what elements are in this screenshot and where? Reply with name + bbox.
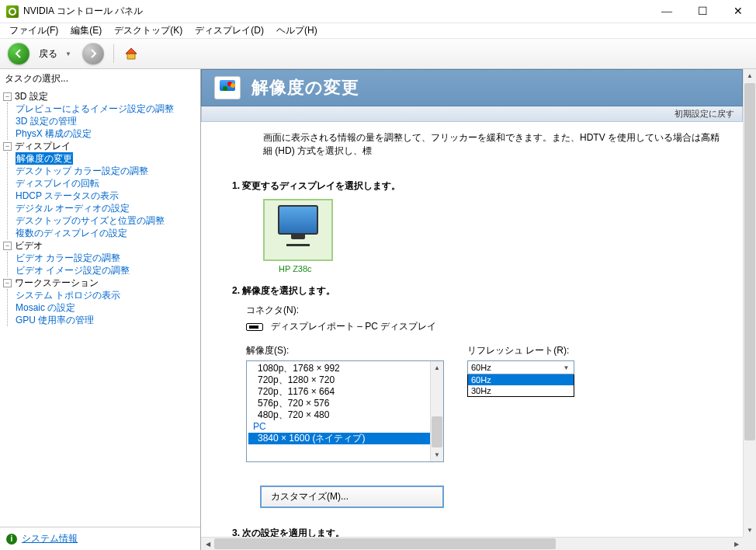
menu-bar: ファイル(F) 編集(E) デスクトップ(K) ディスプレイ(D) ヘルプ(H)	[0, 23, 756, 39]
back-button[interactable]	[8, 43, 29, 64]
system-info-link[interactable]: システム情報	[22, 532, 78, 545]
section-2-title: 2. 解像度を選択します。	[232, 284, 724, 298]
back-label: 戻る	[39, 47, 57, 61]
scroll-thumb[interactable]	[214, 538, 556, 549]
menu-display[interactable]: ディスプレイ(D)	[190, 23, 269, 38]
section-1-title: 1. 変更するディスプレイを選択します。	[232, 179, 724, 193]
tree-rotate[interactable]: ディスプレイの回転	[16, 177, 99, 190]
tree-video-image[interactable]: ビデオ イメージ設定の調整	[16, 264, 130, 277]
tree-video-color[interactable]: ビデオ カラー設定の調整	[16, 252, 120, 264]
res-item[interactable]: 720p、1280 × 720	[247, 374, 443, 386]
res-group-pc: PC	[247, 421, 443, 433]
connector-label: コネクタ(N):	[246, 304, 724, 317]
tree-cat-ws[interactable]: ワークステーション	[15, 277, 99, 289]
menu-help[interactable]: ヘルプ(H)	[272, 23, 322, 38]
content-area: 解像度の変更 初期設定に戻す 画面に表示される情報の量を調整して、フリッカーを緩…	[201, 69, 756, 550]
chevron-down-icon[interactable]: ▼	[560, 362, 572, 373]
page-header: 解像度の変更	[201, 69, 743, 106]
toolbar-separator	[113, 44, 114, 63]
tree-multi-display[interactable]: 複数のディスプレイの設定	[16, 227, 127, 239]
refresh-rate-label: リフレッシュ レート(R):	[467, 344, 576, 357]
tree-cat-3d[interactable]: 3D 設定	[15, 90, 48, 103]
page-title: 解像度の変更	[251, 76, 359, 99]
header-monitor-icon	[214, 76, 241, 99]
tree-expander-display[interactable]: −	[3, 142, 12, 151]
displayport-icon	[246, 323, 263, 331]
window-title: NVIDIA コントロール パネル	[23, 5, 649, 18]
page-description: 画面に表示される情報の量を調整して、フリッカーを緩和できます。また、HDTV を…	[201, 122, 743, 161]
tree-3d-manage[interactable]: 3D 設定の管理	[16, 115, 77, 127]
content-horizontal-scrollbar[interactable]: ◀ ▶	[201, 537, 743, 550]
restore-defaults-link[interactable]: 初期設定に戻す	[675, 108, 734, 120]
info-icon: i	[6, 534, 17, 545]
back-dropdown-caret[interactable]: ▼	[65, 50, 71, 57]
nav-tree: −3D 設定 プレビューによるイメージ設定の調整 3D 設定の管理 PhysX …	[0, 89, 200, 527]
scroll-down-icon[interactable]: ▼	[431, 448, 443, 461]
minimize-button[interactable]: —	[649, 0, 685, 23]
tree-cat-video[interactable]: ビデオ	[15, 239, 43, 252]
content-vertical-scrollbar[interactable]: ▲ ▼	[743, 69, 756, 537]
res-item[interactable]: 1080p、1768 × 992	[247, 363, 443, 374]
title-bar: NVIDIA コントロール パネル — ☐ ✕	[0, 0, 756, 23]
resolution-listbox[interactable]: 1080p、1768 × 992 720p、1280 × 720 720p、11…	[246, 360, 444, 462]
toolbar: 戻る ▼	[0, 39, 756, 69]
maximize-button[interactable]: ☐	[685, 0, 720, 23]
tree-physx[interactable]: PhysX 構成の設定	[16, 127, 92, 140]
tree-topology[interactable]: システム トポロジの表示	[16, 289, 120, 301]
refresh-option-30[interactable]: 30Hz	[468, 385, 574, 396]
scroll-thumb[interactable]	[432, 416, 442, 447]
scroll-right-icon[interactable]: ▶	[730, 538, 743, 550]
tree-desktop-size[interactable]: デスクトップのサイズと位置の調整	[16, 214, 165, 227]
scroll-thumb[interactable]	[744, 83, 755, 440]
monitor-stand	[286, 244, 310, 246]
refresh-option-60[interactable]: 60Hz	[468, 374, 574, 385]
resolution-label: 解像度(S):	[246, 344, 444, 357]
scroll-up-icon[interactable]: ▲	[431, 361, 443, 374]
res-item-selected[interactable]: 3840 × 1600 (ネイティブ)	[248, 433, 442, 444]
tree-gpu-util[interactable]: GPU 使用率の管理	[16, 314, 94, 326]
scroll-down-icon[interactable]: ▼	[744, 524, 756, 537]
scrollbar-corner	[743, 537, 756, 550]
refresh-rate-combobox[interactable]: 60Hz ▼	[467, 360, 574, 374]
scroll-left-icon[interactable]: ◀	[201, 538, 214, 550]
header-subbar: 初期設定に戻す	[201, 106, 743, 122]
res-item[interactable]: 480p、720 × 480	[247, 409, 443, 421]
tree-expander-3d[interactable]: −	[3, 92, 12, 101]
monitor-name: HP Z38c	[279, 264, 724, 273]
menu-edit[interactable]: 編集(E)	[66, 23, 106, 38]
customize-button[interactable]: カスタマイズ(M)...	[260, 486, 444, 508]
sidebar-footer: i システム情報	[0, 527, 200, 550]
tree-change-resolution[interactable]: 解像度の変更	[16, 152, 73, 165]
forward-button[interactable]	[82, 43, 104, 64]
scroll-up-icon[interactable]: ▲	[744, 69, 756, 82]
monitor-icon	[278, 205, 318, 235]
tree-digital-audio[interactable]: デジタル オーディオの設定	[16, 202, 130, 214]
tree-cat-display[interactable]: ディスプレイ	[15, 140, 71, 152]
home-button[interactable]	[123, 46, 139, 61]
tree-expander-video[interactable]: −	[3, 242, 12, 250]
close-button[interactable]: ✕	[720, 0, 756, 23]
menu-desktop[interactable]: デスクトップ(K)	[109, 23, 187, 38]
monitor-selection[interactable]	[263, 199, 333, 261]
sidebar: タスクの選択... −3D 設定 プレビューによるイメージ設定の調整 3D 設定…	[0, 69, 201, 550]
tree-hdcp[interactable]: HDCP ステータスの表示	[16, 190, 119, 202]
tree-3d-preview[interactable]: プレビューによるイメージ設定の調整	[16, 103, 174, 115]
nvidia-icon	[6, 5, 19, 18]
res-item[interactable]: 720p、1176 × 664	[247, 386, 443, 398]
sidebar-title: タスクの選択...	[0, 69, 200, 89]
tree-expander-ws[interactable]: −	[3, 279, 12, 287]
tree-mosaic[interactable]: Mosaic の設定	[16, 301, 75, 314]
refresh-rate-dropdown: 60Hz 30Hz	[467, 374, 574, 397]
refresh-rate-selected: 60Hz	[471, 363, 491, 372]
tree-desktop-color[interactable]: デスクトップ カラー設定の調整	[16, 165, 148, 177]
res-item[interactable]: 576p、720 × 576	[247, 398, 443, 409]
resolution-scrollbar[interactable]: ▲ ▼	[430, 361, 443, 461]
connector-value: ディスプレイポート – PC ディスプレイ	[271, 320, 436, 333]
menu-file[interactable]: ファイル(F)	[5, 23, 63, 38]
